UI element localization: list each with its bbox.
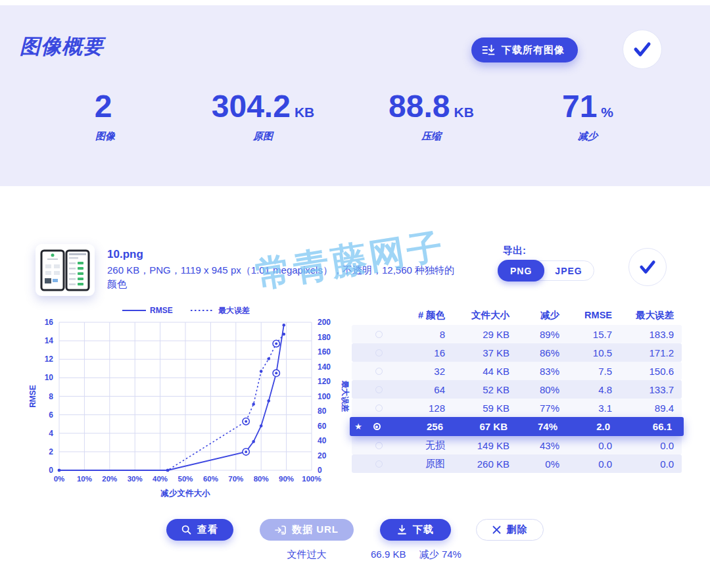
file-select-checkbox[interactable] [628, 248, 667, 286]
summary-stat: 304.2KB原图 [212, 88, 314, 143]
data-url-label: 数据 URL [292, 524, 339, 536]
x-tick-label: 0% [54, 475, 65, 483]
table-cell: 2.0 [557, 421, 610, 432]
stat-value: 88.8 [389, 89, 450, 124]
right-tick-label: 80 [318, 406, 327, 416]
download-size: 66.9 KB [371, 549, 406, 560]
right-tick-label: 160 [318, 347, 331, 356]
left-tick-label: 16 [45, 318, 54, 327]
format-option-jpeg[interactable]: JPEG [544, 260, 593, 281]
table-row[interactable]: 12859 KB77%3.189.4 [352, 399, 682, 417]
table-row[interactable]: ★25667 KB74%2.066.1 [350, 417, 684, 436]
table-row[interactable]: 无损149 KB43%0.00.0 [352, 436, 682, 454]
format-option-png[interactable]: PNG [498, 260, 544, 282]
view-button[interactable]: 查看 [166, 519, 233, 541]
table-cell: 15.7 [559, 329, 612, 340]
data-point [252, 440, 255, 443]
data-point [252, 403, 255, 406]
star-icon: ★ [350, 422, 367, 431]
x-tick-label: 80% [254, 475, 269, 483]
page-title: 图像概要 [20, 33, 104, 61]
table-cell: 77% [509, 403, 559, 414]
download-label: 下载 [413, 524, 434, 536]
table-cell: 89.4 [612, 403, 674, 414]
table-row[interactable]: 原图260 KB0%0.00.0 [352, 454, 682, 473]
right-axis-title: 最大误差 [341, 381, 350, 412]
right-tick-label: 180 [318, 333, 331, 342]
data-point [166, 469, 170, 472]
download-list-icon [482, 45, 496, 56]
table-cell: 67 KB [443, 421, 508, 432]
right-tick-label: 100 [318, 392, 331, 401]
select-all-checkbox[interactable] [623, 30, 662, 69]
stat-label: 压缩 [389, 130, 474, 143]
quality-table: # 颜色文件大小减少RMSE最大误差829 KB89%15.7183.91637… [352, 306, 682, 473]
stat-label: 原图 [212, 130, 314, 143]
quality-chart: 0246810121416020406080100120140160180200… [25, 303, 354, 503]
left-tick-label: 8 [49, 392, 53, 401]
left-tick-label: 2 [49, 447, 53, 456]
table-cell: 149 KB [445, 440, 509, 451]
stat-unit: KB [295, 105, 314, 120]
left-tick-label: 10 [45, 373, 54, 382]
table-cell: 43% [509, 440, 559, 451]
table-cell: 128 [389, 403, 445, 414]
table-cell: 44 KB [445, 366, 509, 377]
row-radio[interactable] [375, 404, 383, 412]
table-cell: 3.1 [559, 403, 612, 414]
series-line-最大误差 [59, 334, 284, 470]
table-cell: 0.0 [559, 440, 612, 451]
stat-value: 71 [562, 89, 597, 124]
right-tick-label: 120 [318, 377, 331, 386]
legend-label: 最大误差 [218, 306, 250, 315]
summary-stat: 2图像 [95, 88, 116, 143]
table-cell: 7.5 [559, 366, 612, 377]
table-cell: 0.0 [612, 458, 674, 470]
row-radio[interactable] [375, 349, 383, 356]
table-cell: 0.0 [559, 458, 612, 470]
row-radio[interactable] [375, 368, 383, 375]
right-tick-label: 60 [318, 422, 327, 431]
table-cell: 16 [389, 347, 445, 358]
left-tick-label: 14 [45, 336, 54, 345]
download-all-label: 下载所有图像 [502, 44, 565, 57]
download-button[interactable]: 下载 [380, 519, 451, 541]
data-point [282, 324, 285, 327]
search-icon [181, 525, 191, 535]
table-cell: 52 KB [445, 384, 509, 395]
summary-stats: 2图像304.2KB原图88.8KB压缩71%减少 [0, 88, 710, 154]
download-all-button[interactable]: 下载所有图像 [471, 37, 578, 62]
column-header: # 颜色 [389, 309, 445, 322]
table-row[interactable]: 6452 KB80%4.8133.7 [352, 380, 682, 399]
table-cell: 无损 [389, 439, 445, 452]
data-point [245, 420, 247, 423]
row-radio[interactable] [375, 442, 383, 449]
page: 图像概要 下载所有图像 2图像304.2KB原图88.8KB压缩71%减少 [0, 0, 710, 588]
table-cell: 183.9 [612, 329, 674, 340]
row-radio[interactable] [375, 460, 383, 468]
table-cell: 83% [509, 366, 559, 377]
right-tick-label: 140 [318, 362, 331, 372]
table-row[interactable]: 3244 KB83%7.5150.6 [352, 362, 682, 380]
table-row[interactable]: 1637 KB86%10.5171.2 [352, 343, 682, 362]
file-name: 10.png [107, 248, 143, 261]
data-point [275, 372, 277, 374]
data-url-button[interactable]: 数据 URL [260, 519, 354, 541]
delete-label: 删除 [507, 524, 528, 536]
table-cell: 59 KB [445, 403, 509, 414]
file-thumbnail[interactable] [36, 244, 95, 296]
table-cell: 37 KB [445, 347, 509, 358]
row-radio[interactable] [375, 331, 383, 338]
table-cell: 256 [387, 421, 443, 432]
delete-button[interactable]: 删除 [476, 519, 544, 541]
summary-stat: 71%减少 [562, 88, 613, 143]
thumbnail-image [39, 249, 91, 292]
table-cell: 8 [389, 329, 445, 340]
data-point [245, 451, 247, 453]
table-cell: 4.8 [559, 384, 612, 395]
summary-panel: 图像概要 下载所有图像 2图像304.2KB原图88.8KB压缩71%减少 [0, 5, 710, 186]
left-tick-label: 4 [49, 429, 53, 438]
row-radio[interactable] [375, 386, 383, 393]
row-radio[interactable] [373, 423, 381, 430]
table-row[interactable]: 829 KB89%15.7183.9 [352, 325, 682, 343]
